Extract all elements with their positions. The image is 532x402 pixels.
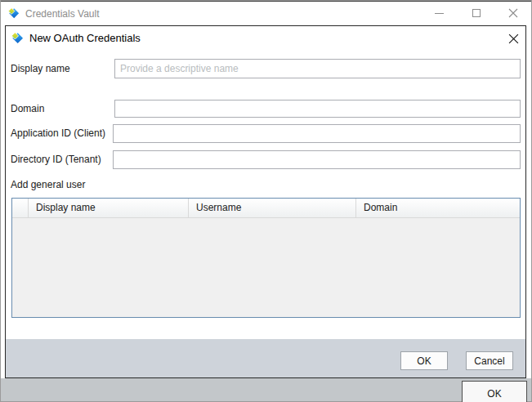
domain-input[interactable] [114, 100, 521, 118]
close-button[interactable] [494, 2, 531, 25]
credentials-vault-window: Credentials Vault New OAuth Credentials [0, 0, 532, 402]
titlebar: Credentials Vault [1, 2, 531, 25]
display-name-label: Display name [11, 62, 70, 75]
app-diamond-icon [8, 7, 20, 19]
minimize-button[interactable] [421, 2, 458, 25]
app-diamond-icon [11, 32, 24, 44]
users-table-header: Display name Username Domain [12, 199, 520, 218]
application-id-label: Application ID (Client) [11, 127, 105, 140]
parent-ok-button[interactable]: OK [462, 381, 527, 402]
parent-window-footer: OK [1, 378, 531, 401]
close-icon [508, 8, 518, 18]
domain-label: Domain [11, 102, 44, 115]
dialog-title: New OAuth Credentials [29, 32, 141, 45]
window-title: Credentials Vault [25, 8, 100, 20]
minimize-icon [435, 13, 444, 14]
ok-button[interactable]: OK [400, 351, 448, 370]
display-name-input[interactable] [114, 59, 521, 78]
general-users-table[interactable]: Display name Username Domain [11, 198, 521, 318]
maximize-icon [472, 9, 481, 17]
maximize-button[interactable] [458, 2, 494, 25]
window-controls [421, 2, 531, 25]
cancel-button[interactable]: Cancel [466, 351, 513, 370]
column-header-username[interactable]: Username [189, 199, 356, 217]
directory-id-label: Directory ID (Tenant) [11, 153, 101, 166]
column-header-display-name[interactable]: Display name [29, 199, 189, 217]
application-id-input[interactable] [113, 124, 521, 143]
directory-id-input[interactable] [113, 150, 521, 169]
close-icon [508, 34, 519, 44]
row-selector-header[interactable] [12, 199, 29, 217]
dialog-footer: OK Cancel [6, 339, 525, 377]
new-oauth-credentials-dialog: New OAuth Credentials Display name Domai… [5, 25, 526, 378]
column-header-domain[interactable]: Domain [356, 199, 520, 217]
dialog-close-button[interactable] [506, 31, 521, 46]
users-table-body[interactable] [12, 219, 520, 317]
add-general-user-label: Add general user [11, 178, 85, 191]
